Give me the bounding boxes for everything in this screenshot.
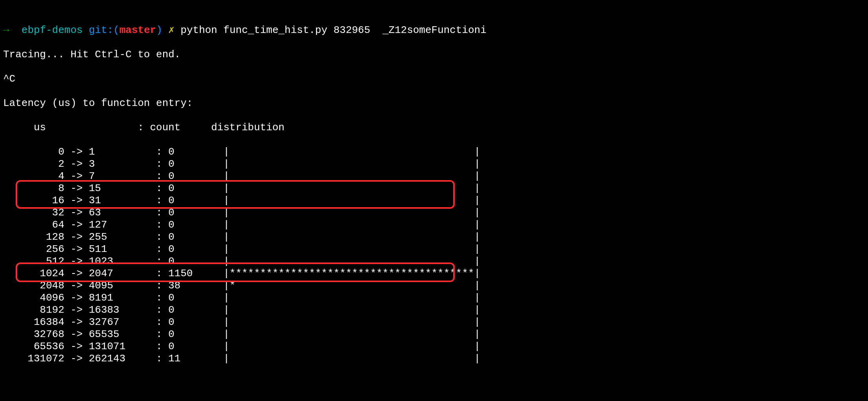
prompt-dir: ebpf-demos — [22, 24, 83, 36]
histogram-row: 128 -> 255 : 0 | | — [3, 231, 865, 243]
prompt-branch: master — [120, 24, 156, 36]
histogram-row: 64 -> 127 : 0 | | — [3, 219, 865, 231]
prompt-branch-close: ) — [156, 24, 162, 36]
histogram-header: us : count distribution — [3, 122, 865, 134]
histogram-row: 4096 -> 8191 : 0 | | — [3, 292, 865, 304]
histogram-row: 16 -> 31 : 0 | | — [3, 195, 865, 207]
prompt-git-label: git: — [89, 24, 113, 36]
histogram-row: 8192 -> 16383 : 0 | | — [3, 304, 865, 316]
tracing-message: Tracing... Hit Ctrl-C to end. — [3, 49, 865, 61]
histogram-row: 8 -> 15 : 0 | | — [3, 182, 865, 195]
histogram-row: 16384 -> 32767 : 0 | | — [3, 316, 865, 328]
prompt-dirty-icon: ✗ — [168, 24, 174, 36]
histogram-row: 2 -> 3 : 0 | | — [3, 158, 865, 170]
prompt-arrow-icon: → — [3, 24, 9, 36]
command-text: python func_time_hist.py 832965 _Z12some… — [181, 24, 487, 36]
histogram-row: 32 -> 63 : 0 | | — [3, 207, 865, 219]
histogram-row: 2048 -> 4095 : 38 |* | — [3, 280, 865, 292]
histogram-row: 512 -> 1023 : 0 | | — [3, 255, 865, 268]
histogram-row: 0 -> 1 : 0 | | — [3, 146, 865, 158]
prompt-line[interactable]: → ebpf-demos git:(master) ✗ python func_… — [3, 24, 865, 36]
terminal-output[interactable]: → ebpf-demos git:(master) ✗ python func_… — [0, 0, 868, 401]
histogram-row: 65536 -> 131071 : 0 | | — [3, 341, 865, 353]
latency-title: Latency (us) to function entry: — [3, 97, 865, 109]
histogram-row: 32768 -> 65535 : 0 | | — [3, 328, 865, 341]
histogram-row: 256 -> 511 : 0 | | — [3, 243, 865, 255]
histogram-row: 1024 -> 2047 : 1150 |*******************… — [3, 268, 865, 280]
prompt-branch-open: ( — [113, 24, 120, 36]
histogram-row: 4 -> 7 : 0 | | — [3, 170, 865, 182]
interrupt-signal: ^C — [3, 73, 865, 85]
histogram-row: 131072 -> 262143 : 11 | | — [3, 353, 865, 365]
